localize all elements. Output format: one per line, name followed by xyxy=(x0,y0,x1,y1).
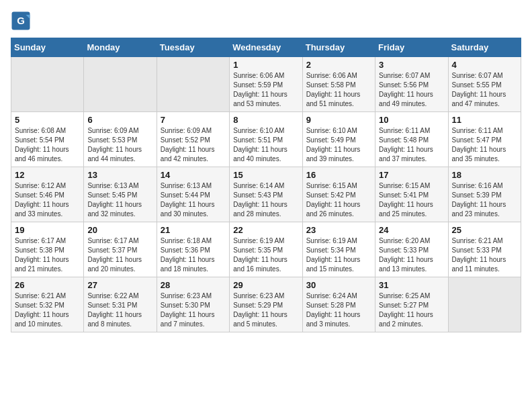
day-info: Sunrise: 6:23 AMSunset: 5:29 PMDaylight:… xyxy=(233,291,298,329)
calendar-cell xyxy=(157,57,229,112)
calendar-cell: 29Sunrise: 6:23 AMSunset: 5:29 PMDayligh… xyxy=(230,277,302,332)
calendar-cell xyxy=(448,277,521,332)
logo-icon: G xyxy=(11,11,31,31)
day-number: 26 xyxy=(15,280,80,290)
day-number: 8 xyxy=(233,115,298,125)
day-number: 11 xyxy=(452,115,517,125)
day-info: Sunrise: 6:15 AMSunset: 5:42 PMDaylight:… xyxy=(306,181,371,219)
day-info: Sunrise: 6:22 AMSunset: 5:31 PMDaylight:… xyxy=(87,291,152,329)
day-number: 31 xyxy=(379,280,444,290)
day-number: 14 xyxy=(161,170,226,180)
calendar-cell: 31Sunrise: 6:25 AMSunset: 5:27 PMDayligh… xyxy=(375,277,448,332)
calendar-cell: 26Sunrise: 6:21 AMSunset: 5:32 PMDayligh… xyxy=(11,277,84,332)
day-number: 16 xyxy=(306,170,371,180)
day-number: 21 xyxy=(161,225,226,235)
day-info: Sunrise: 6:23 AMSunset: 5:30 PMDaylight:… xyxy=(161,291,226,329)
day-number: 29 xyxy=(233,280,298,290)
calendar-cell: 12Sunrise: 6:12 AMSunset: 5:46 PMDayligh… xyxy=(11,167,84,222)
day-number: 9 xyxy=(306,115,371,125)
day-number: 4 xyxy=(452,60,517,70)
day-info: Sunrise: 6:06 AMSunset: 5:59 PMDaylight:… xyxy=(233,71,298,109)
week-row-5: 26Sunrise: 6:21 AMSunset: 5:32 PMDayligh… xyxy=(11,277,521,332)
calendar-cell: 3Sunrise: 6:07 AMSunset: 5:56 PMDaylight… xyxy=(375,57,448,112)
day-number: 24 xyxy=(379,225,444,235)
calendar-cell: 21Sunrise: 6:18 AMSunset: 5:36 PMDayligh… xyxy=(157,222,229,277)
day-info: Sunrise: 6:07 AMSunset: 5:55 PMDaylight:… xyxy=(452,71,517,109)
day-number: 1 xyxy=(233,60,298,70)
calendar: SundayMondayTuesdayWednesdayThursdayFrid… xyxy=(11,38,521,332)
calendar-cell xyxy=(11,57,84,112)
calendar-cell: 7Sunrise: 6:09 AMSunset: 5:52 PMDaylight… xyxy=(157,112,229,167)
week-row-1: 1Sunrise: 6:06 AMSunset: 5:59 PMDaylight… xyxy=(11,57,521,112)
calendar-cell: 17Sunrise: 6:15 AMSunset: 5:41 PMDayligh… xyxy=(375,167,448,222)
day-number: 5 xyxy=(15,115,80,125)
day-info: Sunrise: 6:09 AMSunset: 5:53 PMDaylight:… xyxy=(87,126,152,164)
day-number: 27 xyxy=(87,280,152,290)
weekday-header-row: SundayMondayTuesdayWednesdayThursdayFrid… xyxy=(11,38,521,57)
day-info: Sunrise: 6:15 AMSunset: 5:41 PMDaylight:… xyxy=(379,181,444,219)
day-number: 12 xyxy=(15,170,80,180)
day-info: Sunrise: 6:13 AMSunset: 5:45 PMDaylight:… xyxy=(87,181,152,219)
day-number: 10 xyxy=(379,115,444,125)
calendar-cell: 27Sunrise: 6:22 AMSunset: 5:31 PMDayligh… xyxy=(84,277,157,332)
week-row-2: 5Sunrise: 6:08 AMSunset: 5:54 PMDaylight… xyxy=(11,112,521,167)
calendar-cell: 18Sunrise: 6:16 AMSunset: 5:39 PMDayligh… xyxy=(448,167,521,222)
day-info: Sunrise: 6:09 AMSunset: 5:52 PMDaylight:… xyxy=(161,126,226,164)
calendar-cell: 15Sunrise: 6:14 AMSunset: 5:43 PMDayligh… xyxy=(230,167,302,222)
day-info: Sunrise: 6:17 AMSunset: 5:38 PMDaylight:… xyxy=(15,236,80,274)
day-number: 13 xyxy=(87,170,152,180)
week-row-4: 19Sunrise: 6:17 AMSunset: 5:38 PMDayligh… xyxy=(11,222,521,277)
day-info: Sunrise: 6:10 AMSunset: 5:49 PMDaylight:… xyxy=(306,126,371,164)
day-info: Sunrise: 6:10 AMSunset: 5:51 PMDaylight:… xyxy=(233,126,298,164)
day-info: Sunrise: 6:11 AMSunset: 5:47 PMDaylight:… xyxy=(452,126,517,164)
weekday-header-sunday: Sunday xyxy=(11,38,84,57)
calendar-cell: 4Sunrise: 6:07 AMSunset: 5:55 PMDaylight… xyxy=(448,57,521,112)
day-info: Sunrise: 6:24 AMSunset: 5:28 PMDaylight:… xyxy=(306,291,371,329)
day-number: 28 xyxy=(161,280,226,290)
day-info: Sunrise: 6:13 AMSunset: 5:44 PMDaylight:… xyxy=(161,181,226,219)
calendar-cell: 23Sunrise: 6:19 AMSunset: 5:34 PMDayligh… xyxy=(302,222,375,277)
calendar-cell: 20Sunrise: 6:17 AMSunset: 5:37 PMDayligh… xyxy=(84,222,157,277)
day-number: 20 xyxy=(87,225,152,235)
day-number: 18 xyxy=(452,170,517,180)
svg-text:G: G xyxy=(17,15,25,26)
day-info: Sunrise: 6:16 AMSunset: 5:39 PMDaylight:… xyxy=(452,181,517,219)
calendar-cell: 14Sunrise: 6:13 AMSunset: 5:44 PMDayligh… xyxy=(157,167,229,222)
calendar-cell: 1Sunrise: 6:06 AMSunset: 5:59 PMDaylight… xyxy=(230,57,302,112)
weekday-header-friday: Friday xyxy=(375,38,448,57)
day-number: 19 xyxy=(15,225,80,235)
calendar-cell: 10Sunrise: 6:11 AMSunset: 5:48 PMDayligh… xyxy=(375,112,448,167)
day-info: Sunrise: 6:12 AMSunset: 5:46 PMDaylight:… xyxy=(15,181,80,219)
day-info: Sunrise: 6:11 AMSunset: 5:48 PMDaylight:… xyxy=(379,126,444,164)
day-info: Sunrise: 6:19 AMSunset: 5:35 PMDaylight:… xyxy=(233,236,298,274)
calendar-cell: 24Sunrise: 6:20 AMSunset: 5:33 PMDayligh… xyxy=(375,222,448,277)
day-number: 25 xyxy=(452,225,517,235)
calendar-cell: 28Sunrise: 6:23 AMSunset: 5:30 PMDayligh… xyxy=(157,277,229,332)
day-info: Sunrise: 6:18 AMSunset: 5:36 PMDaylight:… xyxy=(161,236,226,274)
calendar-cell: 2Sunrise: 6:06 AMSunset: 5:58 PMDaylight… xyxy=(302,57,375,112)
weekday-header-wednesday: Wednesday xyxy=(230,38,302,57)
weekday-header-thursday: Thursday xyxy=(302,38,375,57)
day-info: Sunrise: 6:19 AMSunset: 5:34 PMDaylight:… xyxy=(306,236,371,274)
logo: G xyxy=(11,11,34,31)
header: G xyxy=(11,11,521,31)
week-row-3: 12Sunrise: 6:12 AMSunset: 5:46 PMDayligh… xyxy=(11,167,521,222)
calendar-cell: 16Sunrise: 6:15 AMSunset: 5:42 PMDayligh… xyxy=(302,167,375,222)
calendar-cell: 30Sunrise: 6:24 AMSunset: 5:28 PMDayligh… xyxy=(302,277,375,332)
calendar-cell: 19Sunrise: 6:17 AMSunset: 5:38 PMDayligh… xyxy=(11,222,84,277)
day-number: 17 xyxy=(379,170,444,180)
day-info: Sunrise: 6:07 AMSunset: 5:56 PMDaylight:… xyxy=(379,71,444,109)
calendar-cell: 25Sunrise: 6:21 AMSunset: 5:33 PMDayligh… xyxy=(448,222,521,277)
calendar-cell: 13Sunrise: 6:13 AMSunset: 5:45 PMDayligh… xyxy=(84,167,157,222)
day-number: 7 xyxy=(161,115,226,125)
calendar-cell: 22Sunrise: 6:19 AMSunset: 5:35 PMDayligh… xyxy=(230,222,302,277)
calendar-cell: 11Sunrise: 6:11 AMSunset: 5:47 PMDayligh… xyxy=(448,112,521,167)
day-number: 2 xyxy=(306,60,371,70)
day-info: Sunrise: 6:06 AMSunset: 5:58 PMDaylight:… xyxy=(306,71,371,109)
day-number: 3 xyxy=(379,60,444,70)
day-number: 23 xyxy=(306,225,371,235)
day-info: Sunrise: 6:25 AMSunset: 5:27 PMDaylight:… xyxy=(379,291,444,329)
weekday-header-tuesday: Tuesday xyxy=(157,38,229,57)
calendar-cell: 6Sunrise: 6:09 AMSunset: 5:53 PMDaylight… xyxy=(84,112,157,167)
day-info: Sunrise: 6:08 AMSunset: 5:54 PMDaylight:… xyxy=(15,126,80,164)
